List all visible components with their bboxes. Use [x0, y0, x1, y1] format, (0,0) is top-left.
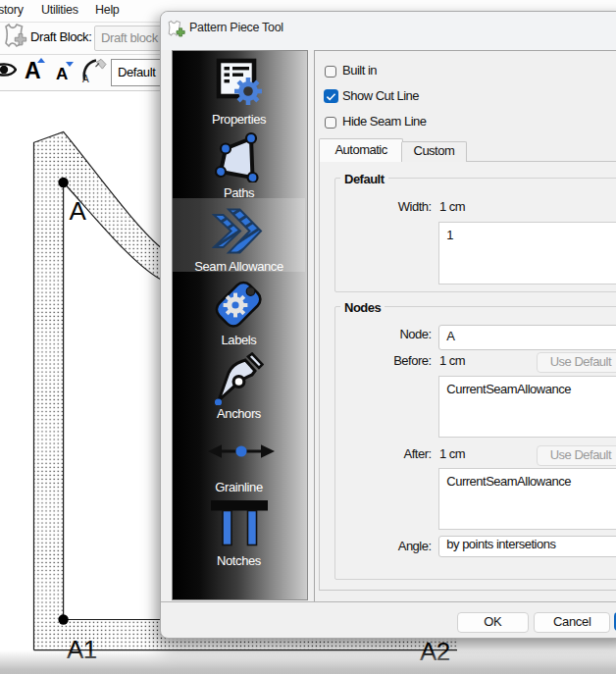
svg-text:A: A — [70, 196, 87, 226]
